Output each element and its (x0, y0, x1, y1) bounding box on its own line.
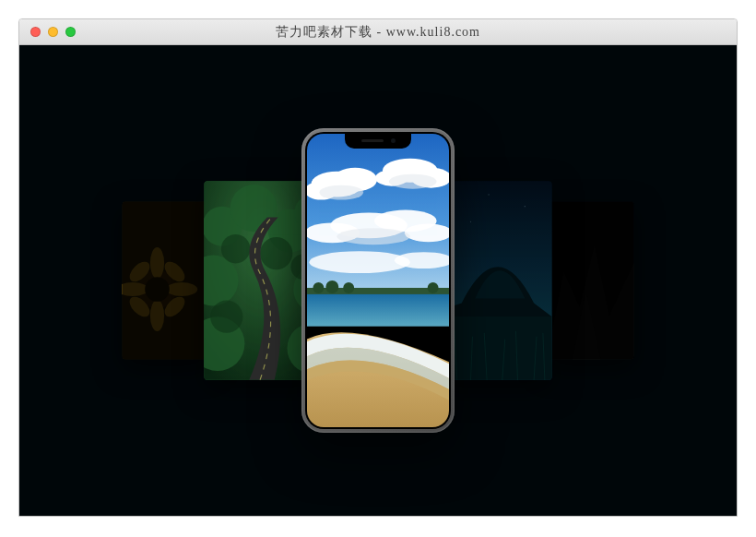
phone-frame (301, 128, 455, 433)
svg-point-59 (343, 282, 354, 293)
svg-point-51 (309, 251, 409, 273)
phone-notch (345, 132, 411, 149)
carousel-item-active[interactable] (307, 134, 449, 427)
svg-point-60 (428, 282, 439, 293)
carousel[interactable] (19, 45, 737, 516)
carousel-item[interactable] (547, 202, 634, 360)
titlebar: 苦力吧素材下载 - www.kuli8.com (19, 19, 737, 45)
carousel-item[interactable] (123, 202, 210, 360)
phone-bezel (305, 132, 451, 429)
camera-icon (391, 138, 396, 143)
svg-point-53 (319, 185, 363, 200)
window-title: 苦力吧素材下载 - www.kuli8.com (19, 24, 737, 41)
svg-point-58 (325, 280, 338, 293)
content-area (19, 45, 737, 516)
speaker-icon (361, 139, 384, 142)
svg-point-54 (389, 174, 437, 189)
svg-rect-61 (307, 294, 449, 327)
browser-window: 苦力吧素材下载 - www.kuli8.com (18, 18, 738, 517)
svg-point-57 (313, 282, 324, 293)
svg-point-55 (337, 228, 410, 245)
